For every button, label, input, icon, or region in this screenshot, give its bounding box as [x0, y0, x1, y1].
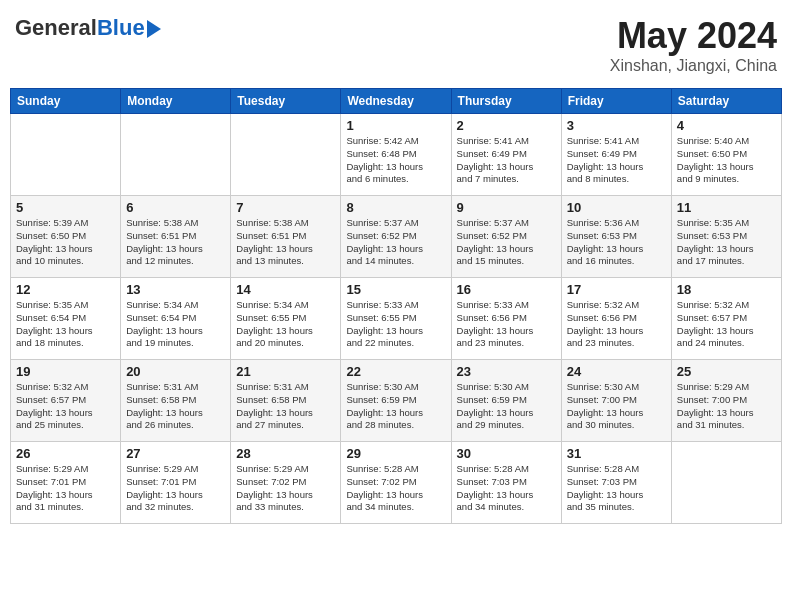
logo: General Blue — [15, 15, 161, 41]
calendar-cell: 10Sunrise: 5:36 AM Sunset: 6:53 PM Dayli… — [561, 196, 671, 278]
day-info: Sunrise: 5:30 AM Sunset: 6:59 PM Dayligh… — [457, 381, 556, 432]
day-number: 23 — [457, 364, 556, 379]
day-info: Sunrise: 5:42 AM Sunset: 6:48 PM Dayligh… — [346, 135, 445, 186]
calendar-cell: 19Sunrise: 5:32 AM Sunset: 6:57 PM Dayli… — [11, 360, 121, 442]
day-info: Sunrise: 5:37 AM Sunset: 6:52 PM Dayligh… — [457, 217, 556, 268]
column-header-thursday: Thursday — [451, 89, 561, 114]
logo-blue-text: Blue — [97, 15, 145, 41]
day-number: 18 — [677, 282, 776, 297]
day-info: Sunrise: 5:28 AM Sunset: 7:03 PM Dayligh… — [567, 463, 666, 514]
day-number: 13 — [126, 282, 225, 297]
calendar-cell: 25Sunrise: 5:29 AM Sunset: 7:00 PM Dayli… — [671, 360, 781, 442]
column-header-friday: Friday — [561, 89, 671, 114]
calendar-cell: 23Sunrise: 5:30 AM Sunset: 6:59 PM Dayli… — [451, 360, 561, 442]
day-info: Sunrise: 5:39 AM Sunset: 6:50 PM Dayligh… — [16, 217, 115, 268]
calendar-week-row: 5Sunrise: 5:39 AM Sunset: 6:50 PM Daylig… — [11, 196, 782, 278]
day-number: 14 — [236, 282, 335, 297]
calendar-cell: 29Sunrise: 5:28 AM Sunset: 7:02 PM Dayli… — [341, 442, 451, 524]
day-number: 15 — [346, 282, 445, 297]
calendar-cell — [231, 114, 341, 196]
day-number: 20 — [126, 364, 225, 379]
day-info: Sunrise: 5:34 AM Sunset: 6:55 PM Dayligh… — [236, 299, 335, 350]
calendar-cell: 28Sunrise: 5:29 AM Sunset: 7:02 PM Dayli… — [231, 442, 341, 524]
day-info: Sunrise: 5:37 AM Sunset: 6:52 PM Dayligh… — [346, 217, 445, 268]
calendar-cell: 26Sunrise: 5:29 AM Sunset: 7:01 PM Dayli… — [11, 442, 121, 524]
calendar-cell: 3Sunrise: 5:41 AM Sunset: 6:49 PM Daylig… — [561, 114, 671, 196]
day-info: Sunrise: 5:41 AM Sunset: 6:49 PM Dayligh… — [567, 135, 666, 186]
day-info: Sunrise: 5:34 AM Sunset: 6:54 PM Dayligh… — [126, 299, 225, 350]
column-header-sunday: Sunday — [11, 89, 121, 114]
day-info: Sunrise: 5:36 AM Sunset: 6:53 PM Dayligh… — [567, 217, 666, 268]
calendar-cell: 20Sunrise: 5:31 AM Sunset: 6:58 PM Dayli… — [121, 360, 231, 442]
calendar-week-row: 12Sunrise: 5:35 AM Sunset: 6:54 PM Dayli… — [11, 278, 782, 360]
day-info: Sunrise: 5:30 AM Sunset: 7:00 PM Dayligh… — [567, 381, 666, 432]
day-number: 5 — [16, 200, 115, 215]
day-number: 21 — [236, 364, 335, 379]
day-number: 10 — [567, 200, 666, 215]
page-header: General Blue May 2024 Xinshan, Jiangxi, … — [10, 10, 782, 80]
calendar-cell: 18Sunrise: 5:32 AM Sunset: 6:57 PM Dayli… — [671, 278, 781, 360]
calendar-cell: 1Sunrise: 5:42 AM Sunset: 6:48 PM Daylig… — [341, 114, 451, 196]
day-info: Sunrise: 5:32 AM Sunset: 6:57 PM Dayligh… — [16, 381, 115, 432]
day-info: Sunrise: 5:41 AM Sunset: 6:49 PM Dayligh… — [457, 135, 556, 186]
calendar-cell: 11Sunrise: 5:35 AM Sunset: 6:53 PM Dayli… — [671, 196, 781, 278]
day-number: 24 — [567, 364, 666, 379]
day-info: Sunrise: 5:40 AM Sunset: 6:50 PM Dayligh… — [677, 135, 776, 186]
calendar-cell — [671, 442, 781, 524]
calendar-cell: 15Sunrise: 5:33 AM Sunset: 6:55 PM Dayli… — [341, 278, 451, 360]
calendar-cell: 13Sunrise: 5:34 AM Sunset: 6:54 PM Dayli… — [121, 278, 231, 360]
day-info: Sunrise: 5:33 AM Sunset: 6:55 PM Dayligh… — [346, 299, 445, 350]
day-number: 17 — [567, 282, 666, 297]
calendar-cell: 14Sunrise: 5:34 AM Sunset: 6:55 PM Dayli… — [231, 278, 341, 360]
calendar-week-row: 26Sunrise: 5:29 AM Sunset: 7:01 PM Dayli… — [11, 442, 782, 524]
calendar-cell: 30Sunrise: 5:28 AM Sunset: 7:03 PM Dayli… — [451, 442, 561, 524]
day-number: 29 — [346, 446, 445, 461]
day-number: 31 — [567, 446, 666, 461]
location: Xinshan, Jiangxi, China — [610, 57, 777, 75]
logo-arrow-icon — [147, 20, 161, 38]
day-info: Sunrise: 5:28 AM Sunset: 7:03 PM Dayligh… — [457, 463, 556, 514]
title-block: May 2024 Xinshan, Jiangxi, China — [610, 15, 777, 75]
calendar-table: SundayMondayTuesdayWednesdayThursdayFrid… — [10, 88, 782, 524]
day-info: Sunrise: 5:29 AM Sunset: 7:01 PM Dayligh… — [16, 463, 115, 514]
calendar-cell: 31Sunrise: 5:28 AM Sunset: 7:03 PM Dayli… — [561, 442, 671, 524]
column-header-monday: Monday — [121, 89, 231, 114]
calendar-cell: 9Sunrise: 5:37 AM Sunset: 6:52 PM Daylig… — [451, 196, 561, 278]
day-number: 4 — [677, 118, 776, 133]
day-number: 12 — [16, 282, 115, 297]
day-info: Sunrise: 5:32 AM Sunset: 6:57 PM Dayligh… — [677, 299, 776, 350]
day-info: Sunrise: 5:33 AM Sunset: 6:56 PM Dayligh… — [457, 299, 556, 350]
day-info: Sunrise: 5:38 AM Sunset: 6:51 PM Dayligh… — [236, 217, 335, 268]
calendar-cell: 24Sunrise: 5:30 AM Sunset: 7:00 PM Dayli… — [561, 360, 671, 442]
day-number: 8 — [346, 200, 445, 215]
calendar-cell: 4Sunrise: 5:40 AM Sunset: 6:50 PM Daylig… — [671, 114, 781, 196]
month-year: May 2024 — [610, 15, 777, 57]
logo-general-text: General — [15, 15, 97, 41]
day-number: 28 — [236, 446, 335, 461]
calendar-cell: 21Sunrise: 5:31 AM Sunset: 6:58 PM Dayli… — [231, 360, 341, 442]
calendar-cell: 7Sunrise: 5:38 AM Sunset: 6:51 PM Daylig… — [231, 196, 341, 278]
calendar-cell — [121, 114, 231, 196]
day-number: 26 — [16, 446, 115, 461]
day-info: Sunrise: 5:29 AM Sunset: 7:00 PM Dayligh… — [677, 381, 776, 432]
column-header-tuesday: Tuesday — [231, 89, 341, 114]
day-info: Sunrise: 5:31 AM Sunset: 6:58 PM Dayligh… — [126, 381, 225, 432]
day-number: 7 — [236, 200, 335, 215]
calendar-cell: 17Sunrise: 5:32 AM Sunset: 6:56 PM Dayli… — [561, 278, 671, 360]
day-number: 16 — [457, 282, 556, 297]
calendar-cell: 12Sunrise: 5:35 AM Sunset: 6:54 PM Dayli… — [11, 278, 121, 360]
day-number: 27 — [126, 446, 225, 461]
calendar-cell: 5Sunrise: 5:39 AM Sunset: 6:50 PM Daylig… — [11, 196, 121, 278]
column-header-saturday: Saturday — [671, 89, 781, 114]
day-info: Sunrise: 5:35 AM Sunset: 6:53 PM Dayligh… — [677, 217, 776, 268]
day-number: 22 — [346, 364, 445, 379]
day-number: 25 — [677, 364, 776, 379]
calendar-cell: 6Sunrise: 5:38 AM Sunset: 6:51 PM Daylig… — [121, 196, 231, 278]
day-info: Sunrise: 5:35 AM Sunset: 6:54 PM Dayligh… — [16, 299, 115, 350]
calendar-week-row: 19Sunrise: 5:32 AM Sunset: 6:57 PM Dayli… — [11, 360, 782, 442]
day-info: Sunrise: 5:28 AM Sunset: 7:02 PM Dayligh… — [346, 463, 445, 514]
column-header-wednesday: Wednesday — [341, 89, 451, 114]
day-number: 6 — [126, 200, 225, 215]
day-number: 1 — [346, 118, 445, 133]
calendar-cell: 2Sunrise: 5:41 AM Sunset: 6:49 PM Daylig… — [451, 114, 561, 196]
